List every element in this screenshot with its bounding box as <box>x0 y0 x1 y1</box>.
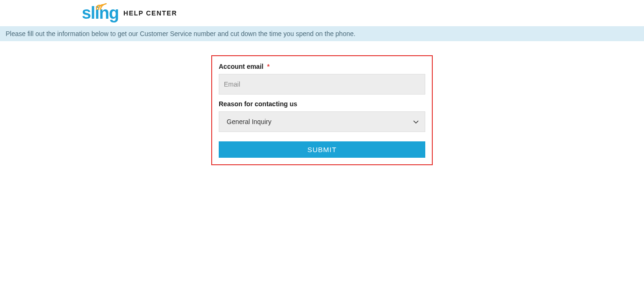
submit-button[interactable]: SUBMIT <box>219 141 425 158</box>
header: sling HELP CENTER <box>0 0 644 26</box>
reason-label: Reason for contacting us <box>219 100 425 108</box>
info-banner: Please fill out the information below to… <box>0 26 644 41</box>
contact-form: Account email * Reason for contacting us… <box>211 55 433 165</box>
reason-select-wrapper: General Inquiry <box>219 111 425 132</box>
email-field[interactable] <box>219 74 425 95</box>
logo-text: sling <box>82 5 119 22</box>
logo[interactable]: sling HELP CENTER <box>82 5 177 22</box>
help-center-label: HELP CENTER <box>123 9 177 17</box>
reason-select[interactable]: General Inquiry <box>219 111 425 132</box>
logo-arcs-icon <box>95 1 109 10</box>
email-label-text: Account email <box>219 63 264 70</box>
banner-message: Please fill out the information below to… <box>6 30 356 37</box>
email-label: Account email * <box>219 63 425 70</box>
required-asterisk-icon: * <box>267 63 270 70</box>
